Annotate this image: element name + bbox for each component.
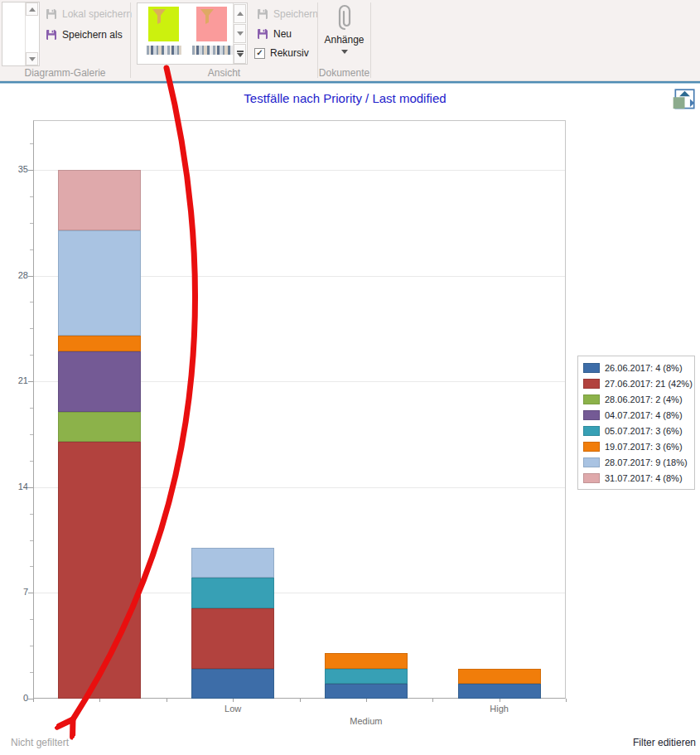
floppy-disk-icon [46, 29, 57, 41]
new-label: Neu [273, 28, 292, 40]
recursive-checkbox[interactable]: ✓ Rekursiv [254, 47, 309, 59]
x-axis-tick [167, 699, 167, 702]
funnel-icon [200, 8, 215, 25]
view-gallery-scroll-down-button[interactable] [234, 24, 246, 43]
chevron-down-icon [341, 50, 348, 54]
legend-label: 27.06.2017: 21 (42%) [605, 379, 693, 389]
thumbnail-caption-redacted [147, 46, 181, 55]
y-axis-tick-label: 7 [3, 587, 28, 597]
attachments-button[interactable]: Anhänge [318, 3, 370, 65]
legend-label: 19.07.2017: 3 (6%) [605, 442, 683, 452]
legend-label: 26.06.2017: 4 (8%) [605, 363, 683, 373]
save-as-label: Speichern als [62, 29, 123, 41]
chevron-up-icon [237, 12, 244, 16]
y-axis-tick-label: 14 [3, 482, 28, 491]
gallery-scroll-strip [25, 2, 39, 65]
filter-status-text: Nicht gefiltert [11, 737, 69, 748]
legend-label: 31.07.2017: 4 (8%) [605, 473, 683, 483]
group-separator [370, 2, 371, 78]
x-axis-tick [432, 699, 433, 702]
ribbon-group-documents: Anhänge Dokumente [318, 0, 370, 80]
chart-legend: 26.06.2017: 4 (8%)27.06.2017: 21 (42%)28… [577, 356, 695, 490]
y-axis-tick-label: 0 [3, 693, 28, 703]
group-label-documents: Dokumente [318, 67, 370, 79]
legend-swatch [583, 363, 600, 373]
chevron-down-icon [29, 57, 36, 61]
view-gallery-more-button[interactable] [234, 44, 246, 64]
x-axis-tick [500, 699, 500, 702]
gallery-more-icon [237, 51, 244, 57]
x-axis-tick [366, 699, 367, 702]
chevron-up-icon [29, 7, 36, 12]
x-axis-tick [33, 699, 34, 702]
save-label: Speichern [273, 8, 318, 20]
gallery-scroll-up-button[interactable] [26, 2, 38, 16]
save-local-button[interactable]: Lokal speichern [46, 8, 132, 20]
view-thumbnail-green [148, 7, 179, 41]
ribbon-accent-line-light [0, 83, 700, 84]
legend-swatch [583, 457, 600, 467]
y-axis-tick-label: 21 [3, 375, 28, 385]
legend-swatch [583, 394, 600, 404]
floppy-disk-icon [46, 8, 57, 20]
chart-title: Testfälle nach Priority / Last modified [0, 91, 690, 105]
legend-item: 31.07.2017: 4 (8%) [581, 470, 693, 486]
y-axis-tick-label: 28 [3, 270, 28, 280]
legend-label: 28.07.2017: 9 (18%) [605, 457, 688, 467]
checkbox-checked-icon: ✓ [254, 48, 265, 59]
legend-item: 28.06.2017: 2 (4%) [581, 391, 693, 407]
x-axis-category-label: High [432, 704, 566, 714]
legend-item: 28.07.2017: 9 (18%) [581, 454, 693, 470]
x-axis-tick [300, 699, 301, 702]
save-local-label: Lokal speichern [62, 8, 132, 20]
y-axis-major-tick [28, 699, 33, 699]
attachments-label: Anhänge [324, 34, 364, 46]
chevron-down-icon [237, 31, 244, 36]
legend-swatch [583, 379, 600, 389]
view-gallery-scroll-strip [233, 3, 247, 64]
ribbon-group-view: Speichern Neu ✓ Rekursiv Ansicht [131, 0, 317, 80]
legend-swatch [583, 473, 600, 483]
legend-swatch [583, 442, 600, 452]
recursive-label: Rekursiv [270, 47, 309, 59]
thumbnail-caption-redacted [192, 46, 236, 55]
ribbon-group-diagram-gallery: Lokal speichern Speichern als Diagramm-G… [0, 0, 130, 80]
view-gallery-box [137, 2, 248, 65]
legend-swatch [583, 426, 600, 436]
x-axis-category-label: Low [167, 704, 300, 714]
legend-item: 26.06.2017: 4 (8%) [581, 360, 693, 375]
y-axis-tick-label: 35 [3, 164, 28, 174]
legend-swatch [583, 410, 600, 420]
x-axis-category-label: Medium [300, 716, 433, 726]
legend-item: 19.07.2017: 3 (6%) [581, 438, 693, 454]
floppy-disk-icon [257, 8, 268, 20]
group-label-view: Ansicht [131, 67, 317, 79]
save-as-button[interactable]: Speichern als [46, 29, 123, 41]
legend-label: 05.07.2017: 3 (6%) [605, 426, 683, 436]
plot-area [33, 120, 566, 699]
funnel-icon [152, 8, 167, 25]
view-gallery-scroll-up-button[interactable] [234, 4, 246, 23]
legend-label: 28.06.2017: 2 (4%) [605, 394, 683, 404]
filter-edit-link[interactable]: Filter editieren [633, 737, 696, 748]
paperclip-icon [335, 3, 355, 31]
diagram-gallery-box[interactable] [2, 2, 40, 66]
legend-item: 05.07.2017: 3 (6%) [581, 423, 693, 438]
group-label-diagram-gallery: Diagramm-Galerie [0, 67, 130, 79]
gallery-scroll-down-button[interactable] [26, 52, 38, 65]
new-button[interactable]: Neu [257, 28, 292, 40]
view-thumbnail-pink [196, 7, 227, 41]
legend-item: 04.07.2017: 4 (8%) [581, 407, 693, 423]
x-axis-tick [566, 699, 567, 702]
ribbon: Lokal speichern Speichern als Diagramm-G… [0, 0, 700, 80]
panel-expand-icon[interactable] [671, 87, 698, 114]
view-gallery-item-1[interactable] [148, 7, 195, 55]
legend-item: 27.06.2017: 21 (42%) [581, 375, 693, 391]
save-button[interactable]: Speichern [257, 8, 318, 20]
legend-label: 04.07.2017: 4 (8%) [605, 410, 683, 420]
x-axis-tick [99, 699, 100, 702]
floppy-disk-icon [257, 28, 268, 40]
x-axis-tick [233, 699, 234, 702]
